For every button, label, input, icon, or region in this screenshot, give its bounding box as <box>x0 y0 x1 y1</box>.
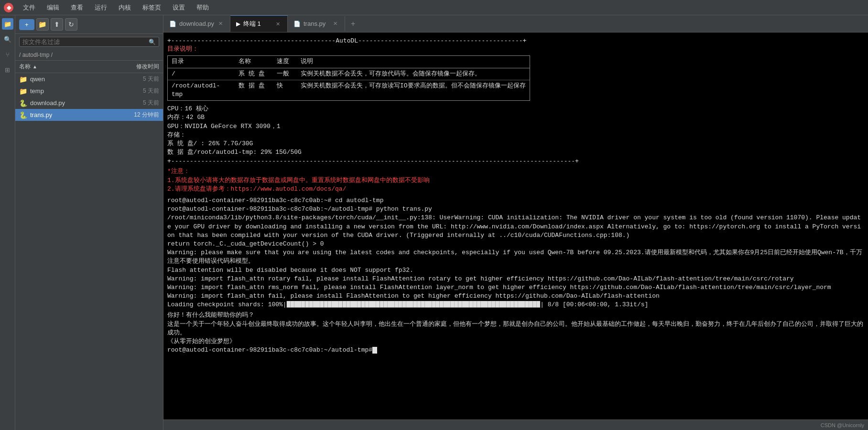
notice2: 2.请理系统盘请参考：https://www.autodl.com/docs/q… <box>167 185 864 194</box>
warning4: Flash attention will be disabled because… <box>167 266 864 275</box>
sidebar-icon-extensions[interactable]: ⊞ <box>2 64 13 75</box>
col-time-header: 修改时间 <box>121 63 159 71</box>
python-icon: 🐍 <box>19 99 27 107</box>
notice1: 1.系统盘较小请将大的数据存放于数据盘或网盘中。重置系统时数据盘和网盘中的数据不… <box>167 176 864 185</box>
file-sidebar: + 📁 ⬆ ↻ 🔍 / autodl-tmp / 名称 ▲ 修改时间 📁 qwe… <box>15 15 163 430</box>
sidebar-icon-git[interactable]: ⑂ <box>2 49 13 60</box>
commands-section: root@autodl-container-982911ba3c-c8c7c0a… <box>167 196 864 355</box>
row1-speed: 一般 <box>273 69 297 79</box>
row1-desc: 实例关机数据不会丢失，可存放代码等。会随保存镜像一起保存。 <box>297 69 530 79</box>
tab-label: trans.py <box>304 20 326 27</box>
storage-info: 存储： 系 统 盘/ : 26% 7.7G/30G 数 据 盘/root/aut… <box>167 131 864 157</box>
cpu-info: CPU：16 核心 <box>167 105 864 113</box>
terminal-icon: ▶ <box>236 21 240 27</box>
content-area: 📄 download.py ✕ ▶ 终端 1 ✕ 📄 trans.py ✕ + … <box>163 15 868 430</box>
file-name: download.py <box>30 99 120 107</box>
sys-info: CPU：16 核心 内存：42 GB GPU：NVIDIA GeForce RT… <box>167 105 864 157</box>
terminal-content: +---------------------------------------… <box>167 36 864 355</box>
menu-view[interactable]: 查看 <box>69 2 85 13</box>
warning2: return torch._C._cuda_getDeviceCount() >… <box>167 240 864 248</box>
table-header-row: 目录 名称 速度 说明 <box>168 56 530 68</box>
new-tab-button[interactable]: + <box>345 16 361 32</box>
col-speed: 速度 <box>273 57 297 66</box>
tab-terminal[interactable]: ▶ 终端 1 ✕ <box>230 15 288 32</box>
file-list-header: 名称 ▲ 修改时间 <box>15 60 163 73</box>
sidebar-icon-files[interactable]: 📁 <box>2 18 13 30</box>
table-data-row-1: / 系 统 盘 一般 实例关机数据不会丢失，可存放代码等。会随保存镜像一起保存。 <box>168 68 530 80</box>
menu-edit[interactable]: 编辑 <box>45 2 61 13</box>
col-name-header: 名称 ▲ <box>19 63 121 71</box>
menu-bar: ◈ 文件 编辑 查看 运行 内核 标签页 设置 帮助 <box>0 0 868 15</box>
menu-help[interactable]: 帮助 <box>195 2 211 13</box>
sidebar-icon-search[interactable]: 🔍 <box>2 33 13 45</box>
row1-dir: / <box>168 69 235 79</box>
plus-icon: + <box>25 21 29 28</box>
cursor <box>372 347 377 354</box>
file-list: 📁 qwen 5 天前 📁 temp 5 天前 🐍 download.py 5 … <box>15 73 163 430</box>
refresh-icon-btn[interactable]: ↻ <box>65 18 77 31</box>
dir-label: 目录说明： <box>167 45 864 54</box>
loading-line: Loading checkpoint shards: 100%|████████… <box>167 301 864 309</box>
app-logo: ◈ <box>4 3 13 12</box>
folder-icon: 📁 <box>19 75 27 83</box>
file-name: qwen <box>30 75 120 83</box>
cmd1: root@autodl-container-982911ba3c-c8c7c0a… <box>167 196 864 205</box>
terminal[interactable]: +---------------------------------------… <box>163 32 868 419</box>
tab-close-button[interactable]: ✕ <box>274 21 282 28</box>
tab-icon: 📄 <box>169 21 176 27</box>
cmd2: root@autodl-container-982911ba3c-c8c7c0a… <box>167 205 864 214</box>
breadcrumb: / autodl-tmp / <box>15 50 163 60</box>
row2-desc: 实例关机数据不会丢失，可存放读写IO要求高的数据。但不会随保存镜像一起保存 <box>297 81 530 99</box>
search-icon: 🔍 <box>149 39 156 45</box>
warning7: Warning: import flash_attn fail, please … <box>167 292 864 301</box>
file-name: temp <box>30 87 120 95</box>
row2-speed: 快 <box>273 81 297 99</box>
info-table: 目录 名称 速度 说明 / 系 统 盘 一般 实例关机数据不会丢失，可存放代码等… <box>167 55 530 101</box>
col-name: 名称 <box>235 57 273 66</box>
header-line: +---------------------------------------… <box>167 36 864 45</box>
file-time: 5 天前 <box>123 87 159 95</box>
tab-label: download.py <box>179 20 214 27</box>
gpu-info: GPU：NVIDIA GeForce RTX 3090，1 <box>167 122 864 131</box>
row2-name: 数 据 盘 <box>235 81 273 99</box>
new-file-button[interactable]: + <box>19 19 34 30</box>
notice-label: *注意： <box>167 167 864 176</box>
prompt-line: 你好！有什么我能帮助你的吗？ <box>167 311 864 320</box>
menu-file[interactable]: 文件 <box>21 2 37 13</box>
file-time: 5 天前 <box>123 75 159 83</box>
footer-line: +---------------------------------------… <box>167 157 864 165</box>
story-end: 《从零开始的创业梦想》 <box>167 337 864 346</box>
warning1: /root/miniconda3/lib/python3.8/site-pack… <box>167 214 864 240</box>
tab-bar: 📄 download.py ✕ ▶ 终端 1 ✕ 📄 trans.py ✕ + <box>163 15 868 32</box>
file-time: 5 天前 <box>123 99 159 107</box>
upload-icon-btn[interactable]: ⬆ <box>51 18 63 31</box>
folder-icon: 📁 <box>19 87 27 95</box>
col-dir: 目录 <box>168 57 235 66</box>
folder-icon-btn[interactable]: 📁 <box>36 18 49 31</box>
search-input[interactable] <box>22 38 149 45</box>
file-item-download[interactable]: 🐍 download.py 5 天前 <box>15 97 163 109</box>
memory-info: 内存：42 GB <box>167 113 864 122</box>
tab-trans[interactable]: 📄 trans.py ✕ <box>288 16 345 31</box>
menu-kernel[interactable]: 内核 <box>117 2 133 13</box>
status-text: CSDN @Unicornly <box>821 422 864 428</box>
file-item-temp[interactable]: 📁 temp 5 天前 <box>15 85 163 97</box>
warning6: Warning: import flash_attn rms_norm fail… <box>167 283 864 292</box>
search-box[interactable]: 🔍 <box>19 37 159 47</box>
tab-icon: 📄 <box>293 21 301 27</box>
file-item-trans[interactable]: 🐍 trans.py 12 分钟前 <box>15 109 163 121</box>
file-time: 12 分钟前 <box>123 111 159 119</box>
breadcrumb-text: / autodl-tmp / <box>19 52 53 58</box>
menu-run[interactable]: 运行 <box>93 2 109 13</box>
tab-close-button[interactable]: ✕ <box>332 20 339 27</box>
tab-close-button[interactable]: ✕ <box>217 20 224 27</box>
tab-download[interactable]: 📄 download.py ✕ <box>163 16 230 31</box>
row1-name: 系 统 盘 <box>235 69 273 79</box>
main-layout: 📁 🔍 ⑂ ⊞ + 📁 ⬆ ↻ 🔍 / autodl-tmp / 名称 ▲ 修改… <box>0 15 868 430</box>
col-desc: 说明 <box>297 57 530 66</box>
file-name: trans.py <box>30 111 120 118</box>
menu-tabs[interactable]: 标签页 <box>141 2 163 13</box>
warning3: Warning: please make sure that you are u… <box>167 248 864 266</box>
file-item-qwen[interactable]: 📁 qwen 5 天前 <box>15 73 163 85</box>
menu-settings[interactable]: 设置 <box>171 2 187 13</box>
